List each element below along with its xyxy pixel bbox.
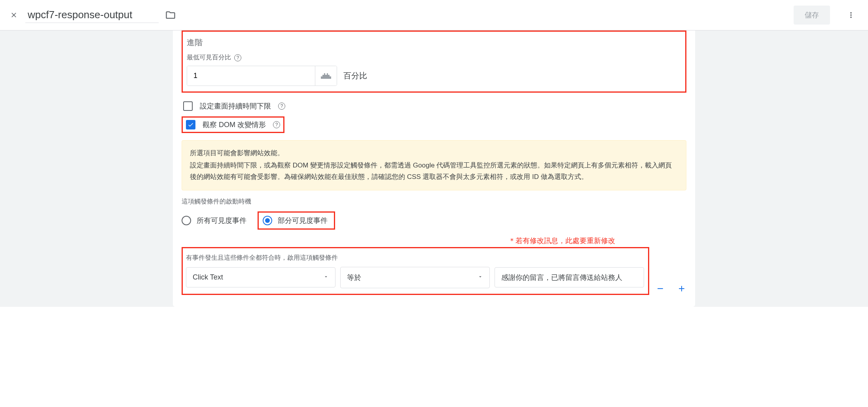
duration-checkbox-row: 設定畫面持續時間下限 ? bbox=[182, 98, 686, 114]
variable-select[interactable]: Click Text bbox=[186, 267, 335, 287]
close-icon[interactable] bbox=[9, 10, 19, 20]
advanced-heading: 進階 bbox=[187, 37, 681, 48]
radio-icon bbox=[263, 216, 272, 225]
chevron-down-icon bbox=[323, 273, 329, 281]
chevron-down-icon bbox=[478, 273, 483, 281]
condition-actions: − + bbox=[656, 282, 686, 295]
variable-picker-icon[interactable] bbox=[315, 66, 337, 86]
svg-rect-2 bbox=[330, 76, 331, 79]
radio-all-label: 所有可見度事件 bbox=[197, 216, 246, 225]
annotation-note: ＊若有修改訊息，此處要重新修改 bbox=[182, 236, 615, 245]
help-icon[interactable]: ? bbox=[234, 54, 241, 61]
min-percent-input-group bbox=[187, 66, 337, 86]
condition-row: Click Text 等於 bbox=[186, 267, 644, 288]
svg-rect-3 bbox=[324, 73, 325, 75]
dom-checkbox-label: 觀察 DOM 改變情形 bbox=[203, 120, 266, 129]
duration-checkbox[interactable] bbox=[183, 101, 193, 111]
header-bar: 儲存 bbox=[0, 0, 868, 30]
timing-label: 這項觸發條件的啟動時機 bbox=[182, 198, 686, 206]
svg-rect-4 bbox=[327, 73, 328, 75]
timing-radio-group: 所有可見度事件 部分可見度事件 bbox=[182, 211, 686, 230]
operator-select[interactable]: 等於 bbox=[340, 267, 490, 288]
radio-icon bbox=[182, 216, 191, 225]
duration-checkbox-label: 設定畫面持續時間下限 bbox=[200, 101, 271, 111]
save-button[interactable]: 儲存 bbox=[794, 6, 830, 25]
tag-name-input[interactable] bbox=[25, 7, 159, 23]
help-icon[interactable]: ? bbox=[273, 121, 280, 128]
condition-value-input[interactable] bbox=[495, 267, 644, 287]
advanced-highlight-box: 進階 最低可見百分比 ? 百分比 bbox=[182, 30, 686, 93]
min-percent-input[interactable] bbox=[187, 66, 315, 86]
remove-condition-button[interactable]: − bbox=[656, 282, 665, 295]
radio-all-events[interactable]: 所有可見度事件 bbox=[182, 216, 246, 225]
svg-rect-1 bbox=[321, 76, 322, 79]
warning-body: 設定畫面持續時間下限，或為觀察 DOM 變更情形設定觸發條件，都需透過 Goog… bbox=[190, 160, 678, 183]
more-icon[interactable] bbox=[843, 7, 859, 23]
radio-partial-label: 部分可見度事件 bbox=[278, 216, 328, 225]
conditions-highlight-box: 有事件發生且這些條件全都符合時，啟用這項觸發條件 Click Text 等於 bbox=[182, 247, 649, 295]
folder-icon[interactable] bbox=[165, 10, 176, 21]
svg-rect-0 bbox=[322, 75, 330, 79]
config-panel: 進階 最低可見百分比 ? 百分比 設定畫面持續時間下限 ? bbox=[173, 30, 695, 307]
min-percent-label: 最低可見百分比 ? bbox=[187, 53, 681, 62]
warning-title: 所選項目可能會影響網站效能。 bbox=[190, 148, 678, 159]
percent-suffix: 百分比 bbox=[343, 70, 367, 81]
performance-warning: 所選項目可能會影響網站效能。 設定畫面持續時間下限，或為觀察 DOM 變更情形設… bbox=[182, 140, 686, 190]
help-icon[interactable]: ? bbox=[278, 103, 285, 110]
dom-checkbox[interactable] bbox=[186, 120, 195, 129]
add-condition-button[interactable]: + bbox=[677, 282, 686, 295]
conditions-label: 有事件發生且這些條件全都符合時，啟用這項觸發條件 bbox=[186, 254, 644, 262]
radio-partial-events[interactable]: 部分可見度事件 bbox=[263, 216, 328, 225]
dom-checkbox-row: 觀察 DOM 改變情形 ? bbox=[186, 120, 280, 129]
